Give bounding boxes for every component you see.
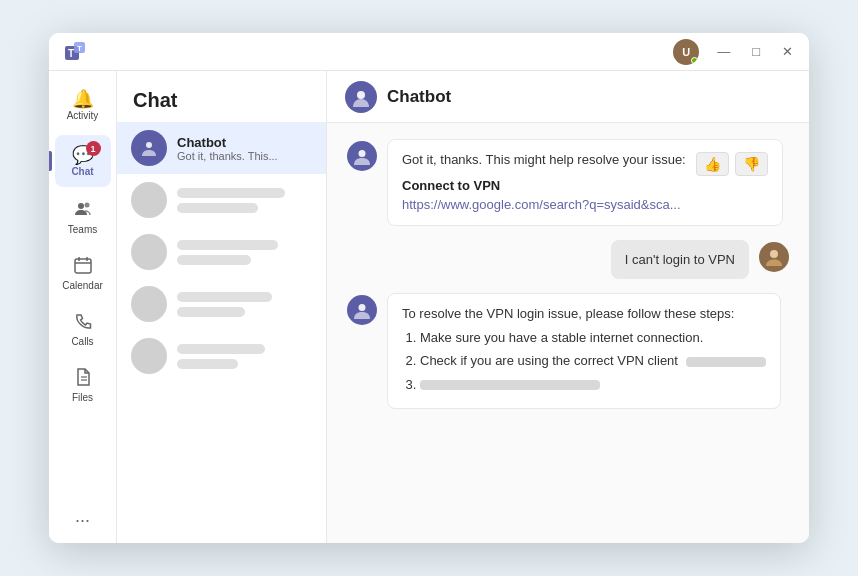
sidebar-item-activity[interactable]: 🔔 Activity xyxy=(55,79,111,131)
chat-item-placeholder-3[interactable] xyxy=(117,278,326,330)
svg-point-13 xyxy=(146,142,152,148)
chatbot-avatar-list xyxy=(131,130,167,166)
placeholder-name-1 xyxy=(177,188,285,198)
more-button[interactable]: ··· xyxy=(75,510,90,531)
calendar-icon xyxy=(73,255,93,278)
placeholder-info-4 xyxy=(177,341,312,372)
thumbs-up-button[interactable]: 👍 xyxy=(696,152,729,176)
chat-messages: Got it, thanks. This might help resolve … xyxy=(327,123,809,543)
sidebar-label-calendar: Calendar xyxy=(62,280,103,291)
activity-icon: 🔔 xyxy=(72,90,94,108)
message-row-3: To resolve the VPN login issue, please f… xyxy=(347,293,789,409)
user-avatar[interactable]: U xyxy=(673,39,699,65)
sidebar-label-chat: Chat xyxy=(71,166,93,177)
chat-list-title: Chat xyxy=(117,71,326,122)
chat-badge: 1 xyxy=(86,141,101,156)
step-2: Check if you are using the correct VPN c… xyxy=(420,351,766,371)
svg-point-16 xyxy=(770,250,778,258)
sidebar-item-calls[interactable]: Calls xyxy=(55,303,111,355)
app-logo: T T xyxy=(61,38,89,66)
placeholder-preview-2 xyxy=(177,255,251,265)
placeholder-avatar-4 xyxy=(131,338,167,374)
svg-rect-6 xyxy=(75,259,91,273)
message-row-1: Got it, thanks. This might help resolve … xyxy=(347,139,789,226)
message-bubble-3: To resolve the VPN login issue, please f… xyxy=(387,293,781,409)
step-3 xyxy=(420,375,766,395)
placeholder-name-4 xyxy=(177,344,265,354)
chatbot-preview: Got it, thanks. This... xyxy=(177,150,312,162)
svg-point-15 xyxy=(359,150,366,157)
sidebar-item-files[interactable]: Files xyxy=(55,359,111,411)
svg-text:T: T xyxy=(68,47,74,58)
chat-item-placeholder-4[interactable] xyxy=(117,330,326,382)
bot-avatar-2 xyxy=(347,295,377,325)
svg-point-5 xyxy=(84,203,89,208)
step-2-placeholder xyxy=(686,357,766,367)
chat-panel-title: Chatbot xyxy=(387,87,451,107)
calls-icon xyxy=(73,311,93,334)
titlebar: T T U — □ ✕ xyxy=(49,33,809,71)
placeholder-avatar-1 xyxy=(131,182,167,218)
svg-point-14 xyxy=(357,91,365,99)
message-text-1: Got it, thanks. This might help resolve … xyxy=(402,150,686,170)
bot-intro-text: To resolve the VPN login issue, please f… xyxy=(402,304,766,324)
app-window: T T U — □ ✕ 🔔 Activity 💬 1 xyxy=(49,33,809,543)
message-link-label: Connect to VPN xyxy=(402,176,686,196)
bot-avatar-1 xyxy=(347,141,377,171)
close-button[interactable]: ✕ xyxy=(778,42,797,61)
window-controls: U — □ ✕ xyxy=(673,39,797,65)
message-link-url[interactable]: https://www.google.com/search?q=sysaid&s… xyxy=(402,195,686,215)
chat-item-placeholder-2[interactable] xyxy=(117,226,326,278)
placeholder-name-3 xyxy=(177,292,272,302)
message-row-2: I can't login to VPN xyxy=(347,240,789,280)
user-message-text: I can't login to VPN xyxy=(625,250,735,270)
teams-icon xyxy=(73,199,93,222)
sidebar-item-chat[interactable]: 💬 1 Chat xyxy=(55,135,111,187)
sidebar-label-activity: Activity xyxy=(67,110,99,121)
sidebar-label-calls: Calls xyxy=(71,336,93,347)
placeholder-avatar-3 xyxy=(131,286,167,322)
chat-item-chatbot[interactable]: Chatbot Got it, thanks. This... xyxy=(117,122,326,174)
placeholder-preview-4 xyxy=(177,359,238,369)
placeholder-preview-1 xyxy=(177,203,258,213)
chat-item-placeholder-1[interactable] xyxy=(117,174,326,226)
chatbot-name: Chatbot xyxy=(177,135,312,150)
chatbot-avatar-header xyxy=(345,81,377,113)
steps-list: Make sure you have a stable internet con… xyxy=(402,328,766,395)
step-3-placeholder xyxy=(420,380,600,390)
placeholder-info-3 xyxy=(177,289,312,320)
chat-panel-header: Chatbot xyxy=(327,71,809,123)
message-bubble-1: Got it, thanks. This might help resolve … xyxy=(387,139,783,226)
minimize-button[interactable]: — xyxy=(713,42,734,61)
status-dot xyxy=(691,57,698,64)
placeholder-info-2 xyxy=(177,237,312,268)
step-1: Make sure you have a stable internet con… xyxy=(420,328,766,348)
placeholder-info-1 xyxy=(177,185,312,216)
svg-point-4 xyxy=(78,203,84,209)
sidebar-label-files: Files xyxy=(72,392,93,403)
placeholder-avatar-2 xyxy=(131,234,167,270)
user-avatar-msg xyxy=(759,242,789,272)
chat-panel: Chatbot Got it, thanks. Th xyxy=(327,71,809,543)
main-content: 🔔 Activity 💬 1 Chat Teams xyxy=(49,71,809,543)
chatbot-info: Chatbot Got it, thanks. This... xyxy=(177,135,312,162)
maximize-button[interactable]: □ xyxy=(748,42,764,61)
sidebar-item-teams[interactable]: Teams xyxy=(55,191,111,243)
chat-list: Chat Chatbot Got it, thanks. This... xyxy=(117,71,327,543)
svg-text:T: T xyxy=(77,43,82,52)
sidebar-item-calendar[interactable]: Calendar xyxy=(55,247,111,299)
svg-point-17 xyxy=(359,304,366,311)
files-icon xyxy=(73,367,93,390)
sidebar-label-teams: Teams xyxy=(68,224,97,235)
placeholder-name-2 xyxy=(177,240,278,250)
sidebar: 🔔 Activity 💬 1 Chat Teams xyxy=(49,71,117,543)
placeholder-preview-3 xyxy=(177,307,245,317)
thumbs-down-button[interactable]: 👎 xyxy=(735,152,768,176)
message-bubble-2: I can't login to VPN xyxy=(611,240,749,280)
